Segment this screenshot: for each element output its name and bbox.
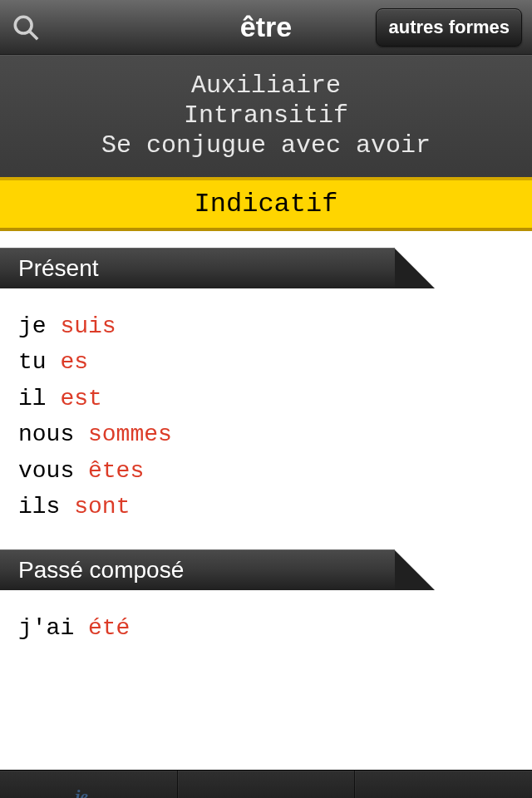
tab-bar: je tu il Conjugaison Synonyme ·· ⁄20 Exe… xyxy=(0,770,532,798)
synonyme-icon xyxy=(247,786,285,798)
conjugation-present: je suis tu es il est nous sommes vous êt… xyxy=(0,308,532,549)
svg-line-1 xyxy=(30,31,37,38)
info-line-2: Intransitif xyxy=(0,101,532,131)
exercices-icon: ·· ⁄20 xyxy=(427,786,461,798)
list-item: nous sommes xyxy=(18,416,532,452)
content-area[interactable]: Présent je suis tu es il est nous sommes… xyxy=(0,231,532,770)
info-line-3: Se conjugue avec avoir xyxy=(0,131,532,160)
conjugation-passe-compose: j'ai été xyxy=(0,610,532,671)
header-bar: être autres formes xyxy=(0,0,532,55)
verb-info: Auxiliaire Intransitif Se conjugue avec … xyxy=(0,55,532,177)
list-item: j'ai été xyxy=(18,610,532,646)
search-icon[interactable] xyxy=(10,12,42,43)
tab-synonyme[interactable]: Synonyme xyxy=(178,771,355,798)
conjugaison-icon: je tu il xyxy=(75,786,101,798)
tense-header-present: Présent xyxy=(0,248,395,288)
list-item: il est xyxy=(18,381,532,416)
other-forms-button[interactable]: autres formes xyxy=(376,8,522,47)
svg-point-0 xyxy=(15,17,32,33)
tense-header-passe-compose: Passé composé xyxy=(0,549,395,590)
info-line-1: Auxiliaire xyxy=(0,71,532,101)
tab-exercices[interactable]: ·· ⁄20 Exercices xyxy=(355,771,532,798)
list-item: je suis xyxy=(18,308,532,344)
list-item: ils sont xyxy=(18,489,532,525)
list-item: vous êtes xyxy=(18,453,532,489)
mood-heading: Indicatif xyxy=(0,177,532,231)
tab-conjugaison[interactable]: je tu il Conjugaison xyxy=(0,771,177,798)
list-item: tu es xyxy=(18,344,532,380)
